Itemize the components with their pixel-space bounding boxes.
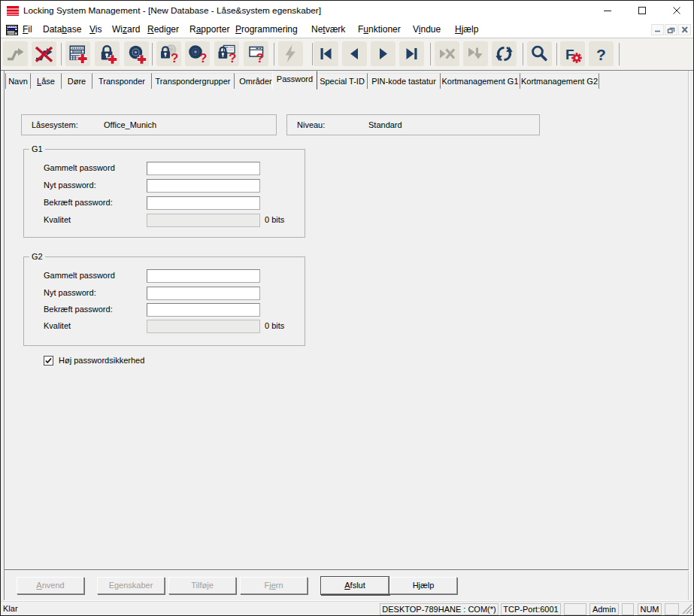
nav-last-button[interactable] — [399, 41, 424, 66]
tab-kortmanagement-g2[interactable]: Kortmanagement G2 — [520, 73, 599, 89]
new-lock-button[interactable] — [95, 41, 120, 66]
tab-kortmanagement-g1[interactable]: Kortmanagement G1 — [441, 73, 520, 89]
menu-wizard[interactable]: Wizard — [112, 22, 140, 38]
g1-quality-field — [147, 214, 260, 227]
resize-grip[interactable] — [682, 604, 692, 614]
menu-database[interactable]: Database — [43, 22, 81, 38]
toolbar-separator — [430, 43, 431, 65]
menu-bar: Fil Database Vis Wizard Rediger Rapporte… — [0, 22, 694, 38]
toolbar-separator — [556, 43, 557, 65]
toolbar-separator — [152, 43, 153, 65]
menu-rediger[interactable]: Rediger — [147, 22, 179, 38]
g2-new-password-label: Nyt password: — [44, 287, 96, 299]
menu-fil[interactable]: Fil — [23, 22, 32, 38]
program-button[interactable] — [278, 41, 303, 66]
tab-laase[interactable]: Låse — [31, 73, 62, 89]
locking-system-label: Låsesystem: — [32, 115, 78, 135]
new-locking-system-icon — [65, 41, 90, 66]
g2-new-password-input[interactable] — [147, 287, 260, 300]
mdi-close-button[interactable] — [678, 24, 691, 35]
options-button[interactable]: F — [560, 41, 585, 66]
mdi-close-icon — [679, 25, 690, 35]
menu-rapporter[interactable]: Rapporter — [189, 22, 229, 38]
minimize-icon — [590, 0, 625, 22]
new-transponder-button[interactable] — [124, 41, 149, 66]
tab-omraader[interactable]: Områder — [235, 73, 277, 89]
minimize-button[interactable] — [590, 0, 625, 22]
discard-changes-button[interactable] — [32, 41, 56, 66]
g1-new-password-label: Nyt password: — [44, 179, 96, 192]
maximize-button[interactable] — [625, 0, 659, 22]
mdi-minimize-button[interactable] — [651, 24, 664, 35]
tab-password[interactable]: Password — [272, 71, 317, 90]
menu-programmering[interactable]: Programmering — [235, 22, 298, 38]
afslut-button[interactable]: Afslut — [321, 577, 389, 594]
lock-data-query-icon: ? — [214, 41, 239, 66]
app-window: Locking System Management - [New Databas… — [0, 0, 694, 616]
status-bar: Klar DESKTOP-789HANE : COM(*) TCP-Port:6… — [0, 601, 694, 616]
menu-vis[interactable]: Vis — [89, 22, 102, 38]
nav-first-button[interactable] — [314, 41, 338, 66]
help-button[interactable]: ? — [589, 41, 614, 66]
lock-data-query-button[interactable]: ? — [214, 41, 239, 66]
new-locking-system-button[interactable] — [65, 41, 90, 66]
window-query-icon: ? — [244, 41, 268, 66]
window-query-button[interactable]: ? — [244, 41, 268, 66]
g2-confirm-password-input[interactable] — [147, 303, 260, 317]
mdi-minimize-icon — [652, 25, 663, 35]
nav-prev-button[interactable] — [342, 41, 367, 66]
transponder-query-button[interactable]: ? — [185, 41, 210, 66]
status-panel-user: Admin — [589, 603, 619, 615]
g1-new-password-input[interactable] — [147, 179, 260, 193]
nav-next-button[interactable] — [371, 41, 395, 66]
lock-query-button[interactable]: ? — [156, 41, 181, 66]
tab-doere[interactable]: Døre — [62, 73, 92, 89]
tab-pin-kode-tastatur[interactable]: PIN-kode tastatur — [368, 73, 441, 89]
close-button[interactable] — [659, 0, 694, 22]
nav-next-icon — [371, 41, 395, 66]
g1-confirm-password-input[interactable] — [147, 196, 260, 210]
redo-button[interactable] — [3, 41, 28, 66]
status-panel-empty-2 — [622, 603, 634, 615]
checkmark-icon — [44, 357, 53, 365]
group-g2-title: G2 — [29, 252, 45, 262]
toolbar-separator — [619, 43, 620, 65]
tab-transpondergrupper[interactable]: Transpondergrupper — [152, 73, 235, 89]
status-panel-tcp-port: TCP-Port:6001 — [501, 603, 561, 615]
g1-old-password-label: Gammelt password — [44, 162, 115, 174]
fjern-button[interactable]: Fjern — [240, 577, 308, 594]
mdi-document-icon — [6, 25, 18, 35]
skip-cancel-button[interactable] — [435, 41, 459, 66]
menu-vindue[interactable]: Vindue — [413, 22, 441, 38]
svg-text:?: ? — [199, 51, 207, 65]
toolbar-separator — [312, 43, 313, 65]
g2-confirm-password-label: Bekræft password: — [44, 303, 113, 316]
skip-down-icon — [463, 41, 488, 66]
tab-navn[interactable]: Navn — [5, 73, 31, 89]
new-lock-icon — [95, 41, 120, 66]
egenskaber-button[interactable]: Egenskaber — [97, 577, 165, 594]
tab-transponder[interactable]: Transponder — [92, 73, 152, 89]
mdi-restore-button[interactable] — [665, 24, 677, 35]
status-panel-num: NUM — [638, 603, 662, 615]
lock-query-icon: ? — [156, 41, 181, 66]
refresh-button[interactable] — [492, 41, 517, 66]
toolbar-separator — [274, 43, 274, 65]
anvend-button[interactable]: Anvend — [17, 577, 84, 594]
skip-down-button[interactable] — [463, 41, 488, 66]
high-password-security-checkbox[interactable] — [44, 356, 53, 366]
tab-special-tid[interactable]: Special T-ID — [317, 73, 368, 89]
menu-funktioner[interactable]: Funktioner — [358, 22, 401, 38]
status-panel-empty-3 — [665, 603, 679, 615]
hjaelp-button[interactable]: Hjælp — [389, 577, 457, 594]
g2-old-password-input[interactable] — [147, 269, 260, 283]
tilfoeje-button[interactable]: Tilføje — [168, 577, 236, 594]
group-g1-title: G1 — [29, 144, 45, 154]
menu-netvaerk[interactable]: Netværk — [311, 22, 345, 38]
search-button[interactable] — [527, 41, 552, 66]
toolbar-separator — [523, 43, 523, 65]
menu-hjaelp[interactable]: Hjælp — [455, 22, 478, 38]
level-box: Niveau: Standard — [286, 114, 540, 135]
window-title: Locking System Management - [New Databas… — [23, 0, 321, 22]
g1-old-password-input[interactable] — [147, 162, 260, 175]
